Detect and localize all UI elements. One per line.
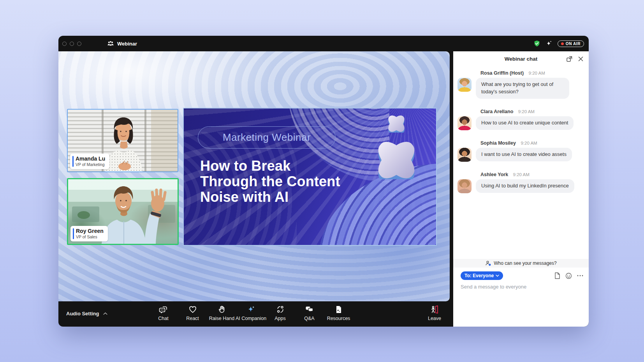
audio-setting-label: Audio Setting bbox=[66, 311, 99, 317]
slide-decor-clover-big bbox=[371, 136, 421, 179]
leave-icon bbox=[429, 304, 440, 315]
who-can-see-label: Who can see your messages? bbox=[494, 261, 556, 266]
emoji-icon[interactable] bbox=[565, 273, 572, 279]
qa-icon bbox=[304, 304, 315, 315]
message-bubble: How to use AI to create unique content bbox=[476, 116, 574, 130]
slide-title: How to Break Through the Content Noise w… bbox=[200, 158, 340, 205]
speaker-tile-roy[interactable]: Roy Green VP of Sales bbox=[67, 178, 179, 245]
who-can-see-banner[interactable]: Who can see your messages? bbox=[453, 259, 589, 268]
speaker-name: Amanda Lu bbox=[76, 156, 105, 162]
chat-message: Clara Arellano 9:20 AM How to use AI to … bbox=[457, 108, 583, 130]
message-bubble: What are you trying to get out of today'… bbox=[476, 78, 569, 99]
chat-message: Rosa Griffin (Host) 9:20 AM What are you… bbox=[457, 69, 583, 99]
message-time: 9:20 AM bbox=[513, 172, 530, 177]
slide-decor-clover-small bbox=[386, 113, 407, 133]
nametag-roy: Roy Green VP of Sales bbox=[70, 226, 108, 241]
toolbar-button-label: Resources bbox=[327, 316, 350, 321]
leave-button[interactable]: Leave bbox=[423, 304, 446, 321]
chevron-down-icon bbox=[496, 275, 499, 277]
meeting-main-area: Amanda Lu VP of Marketing bbox=[58, 51, 453, 327]
meeting-toolbar: Audio Setting Chat React bbox=[58, 301, 453, 327]
resources-button[interactable]: Resources bbox=[324, 304, 353, 321]
window-control-close[interactable] bbox=[62, 42, 67, 46]
participants-icon bbox=[107, 40, 114, 47]
speaker-role: VP of Sales bbox=[76, 234, 104, 239]
speaker-role: VP of Marketing bbox=[76, 162, 105, 167]
speaker-tile-amanda[interactable]: Amanda Lu VP of Marketing bbox=[67, 109, 178, 172]
avatar bbox=[457, 78, 472, 92]
nametag-amanda: Amanda Lu VP of Marketing bbox=[70, 154, 109, 169]
on-air-dot bbox=[561, 42, 564, 45]
heart-icon bbox=[188, 304, 198, 315]
raise-hand-button[interactable]: Raise Hand bbox=[207, 304, 236, 321]
raise-hand-icon bbox=[217, 304, 227, 315]
shared-screen-slide[interactable]: Marketing Webinar How to Break Through t… bbox=[183, 108, 437, 246]
ai-companion-button[interactable]: AI Companion bbox=[236, 304, 266, 321]
on-air-label: ON AIR bbox=[566, 42, 581, 46]
avatar bbox=[457, 179, 472, 193]
recipient-label: To: Everyone bbox=[465, 273, 494, 278]
window-controls bbox=[62, 42, 81, 46]
webinar-stage: Amanda Lu VP of Marketing bbox=[58, 51, 450, 301]
close-icon[interactable] bbox=[578, 56, 583, 61]
file-attach-icon[interactable] bbox=[554, 272, 560, 279]
on-air-badge: ON AIR bbox=[558, 40, 584, 47]
message-input[interactable] bbox=[461, 284, 583, 290]
message-bubble: I want to use AI to create video assets bbox=[476, 148, 572, 161]
react-button[interactable]: React bbox=[178, 304, 207, 321]
person-privacy-icon bbox=[485, 260, 491, 266]
message-time: 9:20 AM bbox=[521, 141, 537, 145]
toolbar-button-label: Leave bbox=[428, 316, 441, 321]
audio-setting-button[interactable]: Audio Setting bbox=[66, 311, 107, 317]
titlebar: Webinar ON AIR bbox=[58, 36, 589, 51]
chat-compose-area: To: Everyone bbox=[453, 270, 589, 290]
webinar-window: Webinar ON AIR bbox=[58, 36, 589, 327]
sender-name: Clara Arellano bbox=[480, 109, 513, 114]
slide-title-line2: Through the Content bbox=[200, 174, 340, 189]
message-bubble: Using AI to build my LinkedIn presence bbox=[476, 179, 574, 193]
chat-header: Webinar chat bbox=[453, 51, 589, 66]
apps-button[interactable]: Apps bbox=[266, 304, 295, 321]
sender-name: Sophia Mosiley bbox=[480, 140, 516, 146]
chat-message: Sophia Mosiley 9:20 AM I want to use AI … bbox=[457, 139, 583, 162]
window-control-minimize[interactable] bbox=[70, 42, 74, 46]
toolbar-button-label: Apps bbox=[274, 316, 286, 321]
toolbar-button-label: AI Companion bbox=[236, 316, 266, 321]
security-shield-icon[interactable] bbox=[533, 40, 540, 47]
chat-button[interactable]: Chat bbox=[149, 304, 178, 321]
toolbar-button-label: Chat bbox=[158, 316, 168, 321]
chat-icon bbox=[158, 304, 169, 315]
avatar bbox=[457, 116, 472, 130]
avatar bbox=[457, 148, 472, 162]
sender-name: Ashlee York bbox=[480, 172, 508, 177]
ai-sparkle-icon[interactable] bbox=[545, 40, 553, 47]
slide-title-line3: Noise with AI bbox=[200, 189, 340, 205]
pop-out-icon[interactable] bbox=[566, 56, 573, 62]
toolbar-button-label: Q&A bbox=[304, 316, 314, 321]
chat-message: Ashlee York 9:20 AM Using AI to build my… bbox=[457, 171, 583, 193]
window-control-zoom[interactable] bbox=[77, 42, 81, 46]
sender-name: Rosa Griffin (Host) bbox=[480, 70, 524, 76]
toolbar-buttons: Chat React Raise Hand bbox=[149, 304, 353, 321]
speaker-name: Roy Green bbox=[76, 228, 104, 234]
chevron-up-icon bbox=[103, 312, 107, 315]
toolbar-button-label: Raise Hand bbox=[209, 316, 234, 321]
slide-title-line1: How to Break bbox=[200, 158, 340, 174]
slide-badge: Marketing Webinar bbox=[198, 126, 336, 149]
recipient-selector[interactable]: To: Everyone bbox=[461, 271, 503, 280]
message-time: 9:20 AM bbox=[529, 71, 545, 75]
message-time: 9:20 AM bbox=[518, 109, 535, 114]
window-title: Webinar bbox=[117, 41, 137, 47]
more-options-icon[interactable] bbox=[577, 275, 583, 276]
apps-icon bbox=[275, 304, 285, 315]
chat-message-list[interactable]: Rosa Griffin (Host) 9:20 AM What are you… bbox=[453, 66, 589, 202]
webinar-chat-panel: Webinar chat Rosa Griffin (Host) 9:20 AM… bbox=[453, 51, 589, 327]
toolbar-button-label: React bbox=[186, 316, 199, 321]
resources-icon bbox=[334, 304, 344, 315]
ai-companion-icon bbox=[246, 304, 256, 315]
qa-button[interactable]: Q&A bbox=[295, 304, 324, 321]
